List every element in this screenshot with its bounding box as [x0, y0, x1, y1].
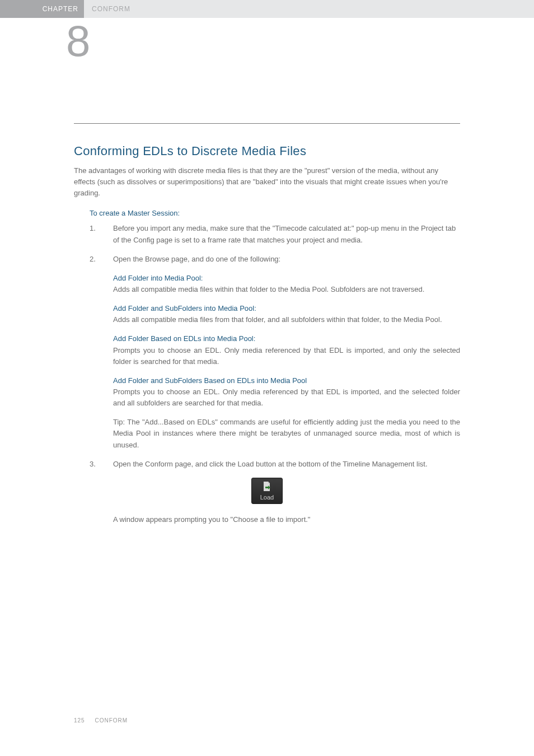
step-item: 2. Open the Browse page, and do one of t… [90, 254, 460, 265]
step-text: Before you import any media, make sure t… [113, 223, 460, 245]
definition-body: Prompts you to choose an EDL. Only media… [113, 386, 460, 409]
tip-paragraph: Tip: The "Add...Based on EDLs" commands … [113, 417, 460, 450]
section-heading: Conforming EDLs to Discrete Media Files [74, 144, 460, 158]
load-button[interactable]: Load [251, 478, 283, 504]
step-number: 2. [90, 254, 113, 265]
definition-item: Add Folder Based on EDLs into Media Pool… [113, 333, 460, 367]
figure-caption: A window appears prompting you to "Choos… [113, 514, 460, 525]
page-footer: 125 CONFORM [74, 717, 128, 724]
chapter-number: 8 [66, 19, 90, 63]
definition-title: Add Folder Based on EDLs into Media Pool… [113, 333, 460, 344]
chapter-tab: CHAPTER [0, 0, 84, 18]
definition-title: Add Folder and SubFolders Based on EDLs … [113, 375, 460, 386]
step-list: 1. Before you import any media, make sur… [90, 223, 460, 264]
definition-list: Add Folder into Media Pool: Adds all com… [113, 273, 460, 451]
chapter-label: CHAPTER [43, 5, 78, 13]
page: CHAPTER CONFORM 8 Conforming EDLs to Dis… [0, 0, 534, 756]
figure: Load [74, 478, 460, 504]
footer-section: CONFORM [95, 717, 128, 724]
definition-body: Adds all compatible media files within t… [113, 284, 460, 295]
definition-item: Add Folder and SubFolders Based on EDLs … [113, 375, 460, 409]
step-list-continued: 3. Open the Conform page, and click the … [90, 459, 460, 470]
step-item: 3. Open the Conform page, and click the … [90, 459, 460, 470]
definition-title: Add Folder and SubFolders into Media Poo… [113, 303, 460, 314]
load-icon [262, 481, 272, 492]
subsection-heading: To create a Master Session: [90, 209, 460, 217]
definition-item: Add Folder into Media Pool: Adds all com… [113, 273, 460, 295]
page-number: 125 [74, 717, 85, 724]
definition-item: Add Folder and SubFolders into Media Poo… [113, 303, 460, 325]
definition-body: Adds all compatible media files from tha… [113, 314, 460, 325]
load-button-label: Load [252, 494, 282, 501]
divider [74, 123, 460, 124]
header-title: CONFORM [84, 5, 130, 13]
step-item: 1. Before you import any media, make sur… [90, 223, 460, 245]
step-number: 3. [90, 459, 113, 470]
step-text: Open the Browse page, and do one of the … [113, 254, 460, 265]
definition-title: Add Folder into Media Pool: [113, 273, 460, 284]
step-text: Open the Conform page, and click the Loa… [113, 459, 460, 470]
content: Conforming EDLs to Discrete Media Files … [74, 18, 460, 525]
definition-body: Prompts you to choose an EDL. Only media… [113, 345, 460, 367]
header-band: CHAPTER CONFORM [0, 0, 534, 18]
intro-paragraph: The advantages of working with discrete … [74, 165, 460, 199]
step-number: 1. [90, 223, 113, 245]
